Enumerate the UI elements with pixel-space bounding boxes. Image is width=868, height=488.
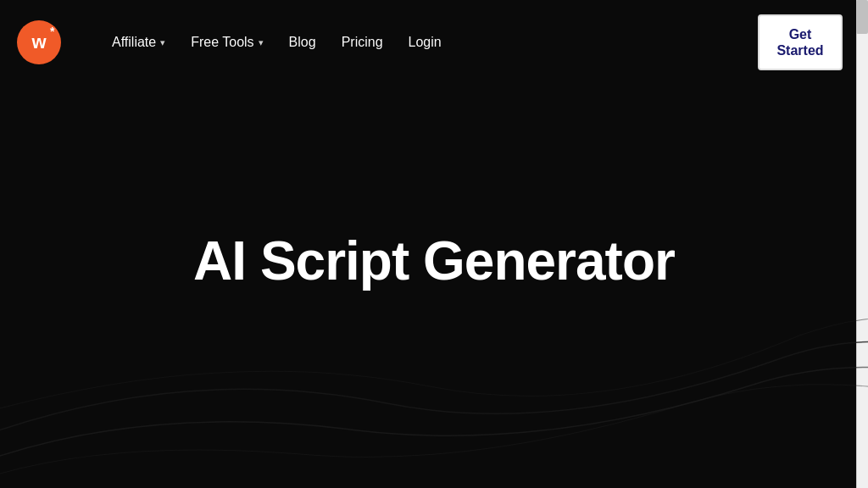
get-started-line1: Get xyxy=(789,27,812,42)
nav-label-free-tools: Free Tools xyxy=(191,35,253,50)
get-started-button[interactable]: Get Started xyxy=(758,14,843,70)
nav-label-login: Login xyxy=(409,35,442,50)
logo[interactable]: w xyxy=(17,20,61,64)
nav-item-free-tools[interactable]: Free Tools ▾ xyxy=(191,35,263,50)
logo-letter: w xyxy=(31,31,46,53)
nav-item-affiliate[interactable]: Affiliate ▾ xyxy=(112,35,165,50)
get-started-line2: Started xyxy=(776,43,823,58)
chevron-down-icon: ▾ xyxy=(259,37,264,48)
main-nav: Affiliate ▾ Free Tools ▾ Blog Pricing Lo… xyxy=(112,35,442,50)
nav-item-pricing[interactable]: Pricing xyxy=(342,35,383,50)
header: w Affiliate ▾ Free Tools ▾ Blog Pricing … xyxy=(0,0,868,85)
nav-item-blog[interactable]: Blog xyxy=(289,35,316,50)
hero-title: AI Script Generator xyxy=(193,230,675,292)
chevron-down-icon: ▾ xyxy=(160,37,165,48)
nav-label-affiliate: Affiliate xyxy=(112,35,156,50)
nav-left: w Affiliate ▾ Free Tools ▾ Blog Pricing … xyxy=(17,20,442,64)
hero-section: AI Script Generator xyxy=(0,85,868,488)
nav-label-pricing: Pricing xyxy=(342,35,383,50)
nav-item-login[interactable]: Login xyxy=(409,35,442,50)
nav-label-blog: Blog xyxy=(289,35,316,50)
